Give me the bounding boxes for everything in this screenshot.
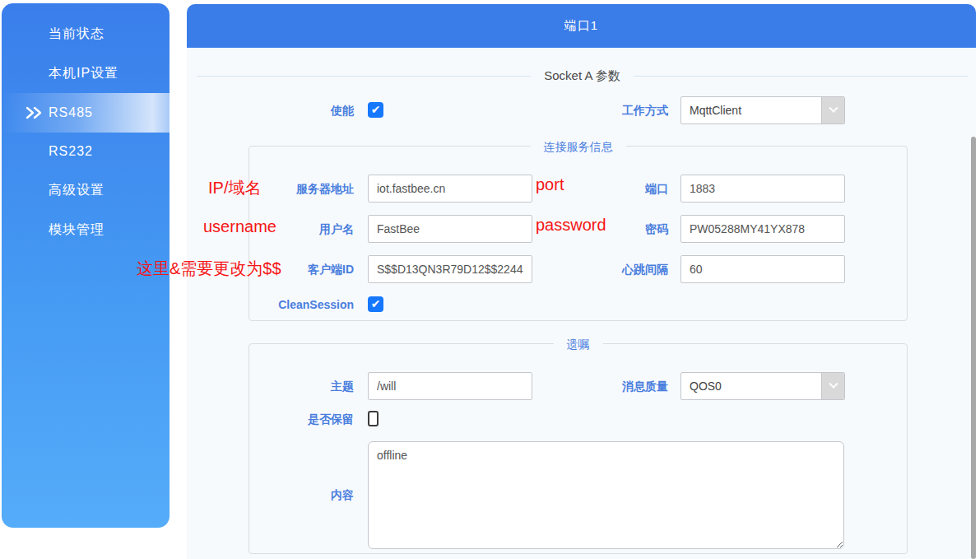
annotation-client-id-note: 这里&需要更改为$$ xyxy=(137,258,281,280)
retain-label: 是否保留 xyxy=(187,405,354,433)
sidebar-item-label: RS232 xyxy=(49,144,93,159)
cleansession-label: CleanSession xyxy=(187,291,354,319)
sidebar-item[interactable]: 当前状态 xyxy=(2,15,170,54)
content-textarea[interactable]: offline xyxy=(368,441,844,549)
vertical-scrollbar-thumb[interactable] xyxy=(971,137,976,559)
section-title-socket-a: Socket A 参数 xyxy=(197,68,968,84)
username-input[interactable] xyxy=(368,215,532,243)
qos-value: QOS0 xyxy=(690,380,722,393)
retain-checkbox[interactable]: ✔ xyxy=(368,411,379,426)
row-clientid-heartbeat: 客户端ID 心跳间隔 xyxy=(187,255,976,283)
double-chevron-icon xyxy=(26,106,44,119)
sidebar-nav: 当前状态 本机IP设置 RS485 xyxy=(2,15,170,249)
enable-checkbox[interactable]: ✔ xyxy=(368,102,383,118)
will-legend: 遗嘱 xyxy=(554,336,603,352)
chevron-down-icon[interactable] xyxy=(821,373,844,399)
annotation-password: password xyxy=(536,216,606,235)
row-content: 内容 offline xyxy=(187,441,976,549)
check-icon: ✔ xyxy=(371,103,381,116)
workmode-select[interactable]: MqttClient xyxy=(680,96,845,124)
workmode-value: MqttClient xyxy=(690,104,741,117)
sidebar-item-label: 本机IP设置 xyxy=(49,65,118,82)
qos-label: 消息质量 xyxy=(516,372,668,400)
workmode-label: 工作方式 xyxy=(516,96,668,124)
heartbeat-label: 心跳间隔 xyxy=(516,255,668,283)
row-cleansession: CleanSession ✔ xyxy=(187,291,976,319)
connection-legend: 连接服务信息 xyxy=(531,138,626,155)
sidebar-item-label: RS485 xyxy=(49,105,93,120)
row-enable-workmode: 使能 ✔ 工作方式 MqttClient xyxy=(187,96,976,124)
row-topic-qos: 主题 消息质量 QOS0 xyxy=(187,372,976,400)
panel-header: 端口1 xyxy=(187,4,976,48)
chevron-down-icon[interactable] xyxy=(821,97,844,123)
page-title: 端口1 xyxy=(564,18,598,34)
topic-input[interactable] xyxy=(368,372,532,400)
sidebar-item[interactable]: RS232 xyxy=(2,133,170,172)
client-id-input[interactable] xyxy=(368,255,532,283)
sidebar-item-label: 模块管理 xyxy=(49,221,105,239)
port-input[interactable] xyxy=(680,175,845,203)
row-server-port: 服务器地址 端口 xyxy=(187,175,976,203)
section-title-label: Socket A 参数 xyxy=(544,68,620,84)
sidebar-item[interactable]: 本机IP设置 xyxy=(2,54,170,94)
qos-select[interactable]: QOS0 xyxy=(680,372,845,400)
row-retain: 是否保留 ✔ xyxy=(187,405,976,433)
sidebar-item[interactable]: RS485 xyxy=(2,93,170,133)
topic-label: 主题 xyxy=(187,372,354,400)
sidebar-item[interactable]: 模块管理 xyxy=(2,211,170,250)
check-icon: ✔ xyxy=(371,297,381,310)
cleansession-checkbox[interactable]: ✔ xyxy=(368,296,383,312)
content-label: 内容 xyxy=(187,441,354,549)
annotation-port: port xyxy=(536,175,564,194)
sidebar-item-label: 当前状态 xyxy=(49,26,105,43)
main-panel: 端口1 Socket A 参数 使能 ✔ 工作方式 MqttClient 连接服… xyxy=(187,4,976,559)
password-input[interactable] xyxy=(680,215,845,243)
sidebar-item-label: 高级设置 xyxy=(49,182,105,199)
divider-line xyxy=(197,76,531,77)
heartbeat-input[interactable] xyxy=(680,255,845,283)
annotation-ip-domain: IP/域名 xyxy=(208,177,261,199)
server-address-input[interactable] xyxy=(368,175,532,203)
enable-label: 使能 xyxy=(187,96,354,124)
annotation-username: username xyxy=(203,217,276,236)
sidebar-item[interactable]: 高级设置 xyxy=(2,171,170,211)
divider-line xyxy=(634,76,968,77)
